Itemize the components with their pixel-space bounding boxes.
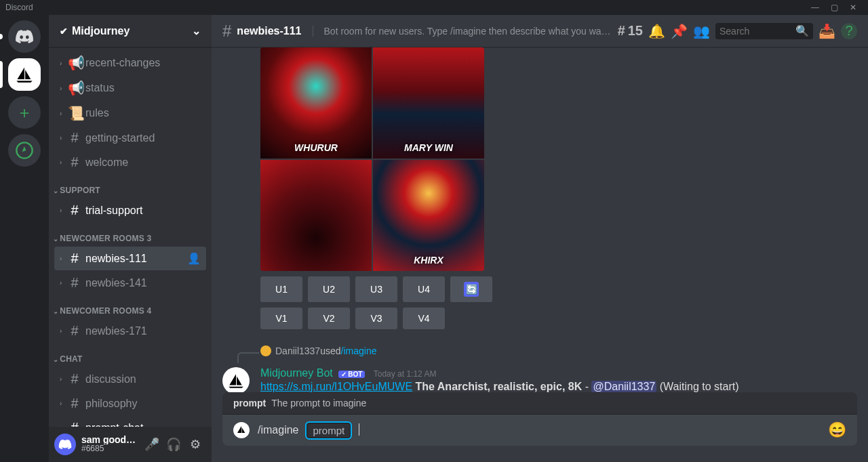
home-button[interactable] [8, 20, 41, 53]
app-name: Discord [5, 3, 33, 12]
channel-newbies-171[interactable]: ›#newbies-171 [54, 319, 206, 343]
channel-sidebar: ✔Midjourney ⌄ ›📢recent-changes›📢status›📜… [49, 15, 212, 462]
channel-status[interactable]: ›📢status [54, 76, 206, 100]
reply-command: /imagine [341, 345, 377, 356]
threads-button[interactable]: #15 [618, 23, 643, 39]
discord-logo-icon [15, 27, 34, 46]
variation-v2-button[interactable]: V2 [308, 308, 350, 329]
channel-type-icon: # [68, 203, 81, 218]
channel-label: welcome [85, 156, 128, 169]
channel-newbies-141[interactable]: ›#newbies-141 [54, 271, 206, 295]
channel-recent-changes[interactable]: ›📢recent-changes [54, 51, 206, 75]
emoji-picker-button[interactable]: 😄 [828, 421, 846, 439]
channel-category[interactable]: ⌄SUPPORT [49, 175, 206, 198]
mute-button[interactable]: 🎤 [141, 437, 163, 452]
upscale-button-row: U1 U2 U3 U4 🔄 [260, 276, 857, 302]
discord-logo-icon [58, 438, 72, 451]
pinned-messages-button[interactable]: 📌 [671, 23, 688, 39]
channel-philosophy[interactable]: ›#philosophy [54, 392, 206, 415]
server-header[interactable]: ✔Midjourney ⌄ [49, 15, 212, 47]
channel-label: newbies-141 [85, 277, 147, 289]
channel-header: # newbies-111 Bot room for new users. Ty… [212, 15, 868, 47]
channel-category[interactable]: ⌄NEWCOMER ROOMS 3 [49, 223, 206, 246]
message-list[interactable]: WHURUR MARY WIN KHIRX U1 U2 U3 U4 🔄 V1 V… [212, 47, 868, 392]
user-settings-button[interactable]: ⚙ [184, 437, 206, 452]
deafen-button[interactable]: 🎧 [163, 437, 184, 452]
channel-name: newbies-111 [237, 25, 301, 37]
channel-label: status [85, 82, 115, 94]
command-param-chip[interactable]: prompt [307, 423, 351, 438]
refresh-icon: 🔄 [464, 282, 479, 297]
user-avatar[interactable] [54, 434, 76, 455]
upscale-u3-button[interactable]: U3 [355, 276, 397, 302]
variation-v1-button[interactable]: V1 [260, 308, 302, 329]
inbox-button[interactable]: 📥 [818, 23, 835, 39]
explore-servers-button[interactable] [8, 134, 41, 167]
guild-midjourney[interactable] [8, 58, 41, 91]
message-input[interactable]: /imagine prompt 😄 [222, 415, 857, 446]
channel-trial-support[interactable]: ›#trial-support [54, 198, 206, 222]
autocomplete-option-desc: The prompt to imagine [271, 398, 366, 408]
create-invite-icon[interactable]: 👤 [187, 252, 201, 265]
help-button[interactable]: ? [841, 23, 857, 39]
slash-command: /imagine [258, 424, 298, 436]
reply-avatar [260, 345, 271, 356]
generated-image-grid[interactable]: WHURUR MARY WIN KHIRX [260, 47, 484, 271]
channel-type-icon: # [68, 323, 81, 339]
reply-context[interactable]: Daniil1337 used /imagine [260, 345, 857, 356]
user-mention[interactable]: @Daniil1337 [591, 381, 656, 392]
channel-category[interactable]: ⌄NEWCOMER ROOMS 4 [49, 295, 206, 318]
channel-label: philosophy [85, 398, 138, 410]
search-input[interactable] [719, 26, 795, 37]
channel-type-icon: # [68, 154, 81, 170]
compass-icon [15, 141, 34, 160]
window-maximize-button[interactable]: ▢ [825, 3, 844, 12]
main-content: # newbies-111 Bot room for new users. Ty… [212, 15, 868, 462]
author-avatar[interactable] [222, 367, 250, 392]
verified-icon: ✔ [60, 26, 68, 37]
text-cursor-area[interactable] [359, 423, 820, 437]
member-list-button[interactable]: 👥 [693, 23, 710, 39]
variation-v3-button[interactable]: V3 [355, 308, 397, 329]
channel-getting-started[interactable]: ›#getting-started [54, 126, 206, 150]
search-box[interactable]: 🔍 [715, 23, 813, 39]
channel-type-icon: # [68, 275, 81, 291]
channel-label: trial-support [85, 205, 142, 217]
channel-label: prompt-chat [85, 422, 143, 427]
channel-discussion[interactable]: ›#discussion [54, 367, 206, 391]
hash-icon: # [222, 22, 231, 41]
message-timestamp: Today at 1:12 AM [374, 369, 437, 379]
channel-label: getting-started [85, 132, 155, 144]
channel-type-icon: # [68, 420, 81, 427]
sailboat-icon [227, 372, 245, 390]
reroll-button[interactable]: 🔄 [450, 276, 492, 302]
channel-rules[interactable]: ›📜rules [54, 101, 206, 125]
add-server-button[interactable]: ＋ [8, 96, 41, 129]
upscale-u4-button[interactable]: U4 [403, 276, 445, 302]
message-input-area: prompt The prompt to imagine /imagine pr… [212, 392, 868, 462]
window-minimize-button[interactable]: — [806, 3, 825, 12]
channel-label: discussion [85, 373, 136, 385]
channel-type-icon: 📢 [68, 80, 81, 96]
image-tile: MARY WIN [373, 47, 484, 159]
channel-label: newbies-171 [85, 325, 147, 337]
upscale-u1-button[interactable]: U1 [260, 276, 302, 302]
reply-user: Daniil1337 [275, 345, 320, 356]
autocomplete-popup[interactable]: prompt The prompt to imagine [222, 392, 857, 415]
chevron-down-icon: ⌄ [192, 24, 201, 37]
threads-icon: # [618, 23, 625, 39]
window-close-button[interactable]: ✕ [844, 3, 863, 12]
message-link[interactable]: https://s.mj.run/l1OHvEuMUWE [260, 381, 412, 392]
channel-type-icon: # [68, 396, 81, 411]
upscale-u2-button[interactable]: U2 [308, 276, 350, 302]
message-content: https://s.mj.run/l1OHvEuMUWE The Anarchi… [260, 381, 857, 392]
channel-prompt-chat[interactable]: ›#prompt-chat [54, 416, 206, 427]
variation-v4-button[interactable]: V4 [403, 308, 445, 329]
channel-category[interactable]: ⌄CHAT [49, 343, 206, 366]
author-name[interactable]: Midjourney Bot [260, 367, 333, 379]
notifications-button[interactable]: 🔔 [648, 23, 665, 39]
channel-welcome[interactable]: ›#welcome [54, 150, 206, 174]
channel-type-icon: # [68, 371, 81, 387]
channel-newbies-111[interactable]: ›#newbies-111👤 [54, 247, 206, 270]
command-app-icon [233, 422, 250, 438]
